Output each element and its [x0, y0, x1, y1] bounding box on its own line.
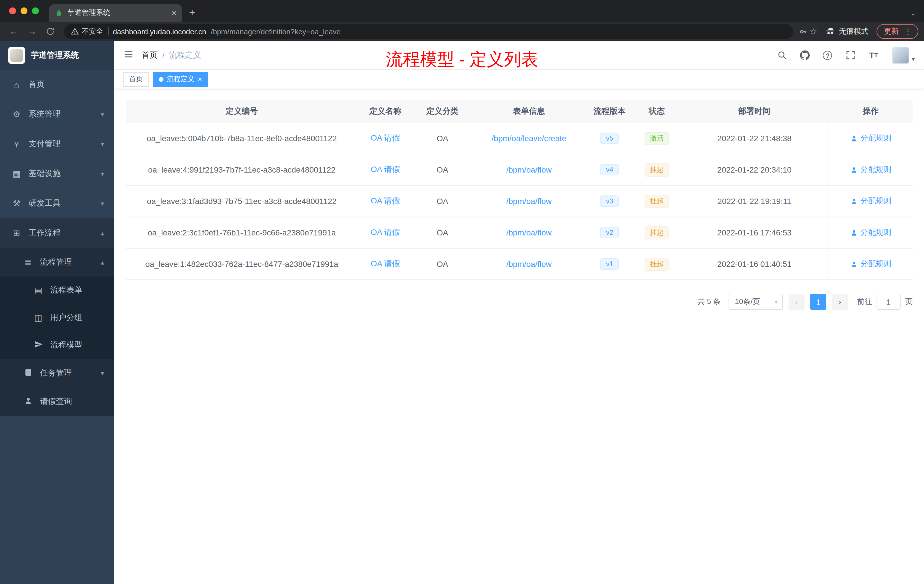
- definition-name-link[interactable]: OA 请假: [371, 133, 400, 142]
- sidebar-item-label: 基础设施: [28, 168, 94, 179]
- sidebar-item-label: 系统管理: [28, 109, 94, 119]
- version-badge[interactable]: v1: [600, 258, 619, 270]
- version-badge[interactable]: v4: [600, 164, 619, 175]
- sidebar-item-leave-query[interactable]: 请假查询: [0, 388, 114, 416]
- sidebar-logo[interactable]: 芋道管理系统: [0, 41, 114, 70]
- table-row: oa_leave:1:482ec033-762a-11ec-8477-a2380…: [126, 249, 912, 280]
- definition-id: oa_leave:3:1fad3d93-7b75-11ec-a3c8-acde4…: [126, 196, 358, 206]
- sidebar-item-system-management[interactable]: ⚙ 系统管理 ▾: [0, 99, 114, 129]
- sidebar-item-label: 流程表单: [50, 285, 104, 295]
- tag-label: 流程定义: [167, 74, 194, 84]
- deploy-time: 2022-01-16 17:46:53: [680, 228, 828, 237]
- definition-name-link[interactable]: OA 请假: [371, 165, 400, 174]
- status-badge: 挂起: [645, 195, 669, 208]
- assign-rule-button[interactable]: 分配规则: [850, 196, 891, 206]
- sidebar-item-payment-management[interactable]: ¥ 支付管理 ▾: [0, 129, 114, 159]
- tag-close-icon[interactable]: ×: [198, 76, 202, 83]
- definition-name-link[interactable]: OA 请假: [371, 196, 400, 205]
- sidebar-item-home[interactable]: ⌂ 首页: [0, 70, 114, 99]
- bookmark-star-button[interactable]: ☆: [809, 26, 817, 36]
- sidebar-item-process-management[interactable]: ≣ 流程管理 ▴: [0, 248, 114, 277]
- new-tab-button[interactable]: +: [189, 7, 195, 19]
- sidebar-item-label: 流程模型: [50, 340, 104, 350]
- tab-close-icon[interactable]: ×: [172, 8, 177, 18]
- browser-tab[interactable]: 芋道管理系统 ×: [49, 4, 182, 22]
- sidebar-item-infrastructure[interactable]: ▦ 基础设施 ▾: [0, 159, 114, 188]
- form-link[interactable]: /bpm/oa/flow: [506, 259, 552, 269]
- next-page-button[interactable]: ›: [832, 294, 848, 310]
- tab-favicon: [55, 9, 63, 17]
- tab-search-chevron-icon[interactable]: ⌄: [910, 9, 916, 17]
- help-button[interactable]: ?: [820, 48, 835, 63]
- password-key-button[interactable]: [799, 27, 807, 36]
- tag-label: 首页: [129, 74, 143, 84]
- version-badge[interactable]: v5: [600, 133, 619, 144]
- top-navbar: 首页 / 流程定义 ?: [114, 41, 924, 70]
- avatar[interactable]: [892, 46, 909, 64]
- sidebar-item-task-management[interactable]: 任务管理 ▾: [0, 359, 114, 388]
- sidebar-item-process-form[interactable]: ▤ 流程表单: [0, 277, 114, 304]
- form-link[interactable]: /bpm/oa/leave/create: [492, 134, 567, 143]
- assign-rule-label: 分配规则: [861, 196, 891, 206]
- breadcrumb-current: 流程定义: [169, 50, 201, 60]
- fullscreen-button[interactable]: [843, 48, 858, 63]
- assign-rule-label: 分配规则: [861, 133, 891, 144]
- page-size-value: 10条/页: [735, 297, 760, 307]
- address-bar[interactable]: 不安全 dashboard.yudao.iocoder.cn/bpm/manag…: [64, 24, 793, 39]
- reload-button[interactable]: [42, 23, 58, 40]
- back-button[interactable]: ←: [6, 23, 22, 40]
- sidebar-item-label: 支付管理: [28, 139, 94, 149]
- person-icon: [850, 229, 858, 236]
- definition-name-link[interactable]: OA 请假: [371, 259, 400, 268]
- page-number-current[interactable]: 1: [810, 294, 826, 310]
- main-area: 首页 / 流程定义 ?: [114, 41, 924, 584]
- assign-rule-button[interactable]: 分配规则: [850, 165, 891, 175]
- assign-rule-button[interactable]: 分配规则: [850, 228, 891, 238]
- definition-id: oa_leave:4:991f2193-7b7f-11ec-a3c8-acde4…: [126, 165, 358, 174]
- reload-icon: [46, 27, 55, 36]
- assign-rule-button[interactable]: 分配规则: [850, 133, 891, 144]
- sidebar-item-label: 流程管理: [40, 257, 94, 267]
- form-link[interactable]: /bpm/oa/flow: [506, 228, 552, 237]
- version-badge[interactable]: v3: [600, 195, 619, 207]
- page-size-select[interactable]: 10条/页 ▾: [729, 294, 783, 310]
- header-search-button[interactable]: [775, 48, 789, 63]
- browser-update-button[interactable]: 更新 ⋮: [876, 24, 918, 39]
- sidebar-item-user-group[interactable]: ◫ 用户分组: [0, 304, 114, 332]
- assign-rule-label: 分配规则: [861, 259, 891, 269]
- sidebar-item-process-model[interactable]: 流程模型: [0, 332, 114, 359]
- tag-process-definition[interactable]: 流程定义 ×: [153, 72, 208, 87]
- tag-home[interactable]: 首页: [124, 72, 148, 87]
- sidebar-toggle-button[interactable]: [124, 49, 134, 61]
- breadcrumb-home[interactable]: 首页: [142, 50, 158, 60]
- fullscreen-icon: [846, 50, 855, 60]
- column-header: 定义编号: [126, 106, 358, 117]
- sidebar-item-label: 工作流程: [28, 228, 94, 238]
- security-chip[interactable]: 不安全: [71, 26, 103, 36]
- form-link[interactable]: /bpm/oa/flow: [506, 196, 552, 206]
- sidebar-item-workflow[interactable]: ⊞ 工作流程 ▴: [0, 218, 114, 248]
- table-row: oa_leave:5:004b710b-7b8a-11ec-8ef0-acde4…: [126, 123, 912, 154]
- browser-menu-icon[interactable]: ⋮: [904, 27, 912, 36]
- version-badge[interactable]: v2: [600, 227, 619, 238]
- github-link[interactable]: [797, 48, 812, 63]
- goto-page-input[interactable]: [876, 294, 901, 310]
- prev-page-button[interactable]: ‹: [789, 294, 805, 310]
- sidebar-item-label: 研发工具: [28, 198, 94, 209]
- sidebar-item-dev-tools[interactable]: ⚒ 研发工具 ▾: [0, 188, 114, 218]
- forward-button[interactable]: →: [24, 23, 40, 40]
- table-row: oa_leave:3:1fad3d93-7b75-11ec-a3c8-acde4…: [126, 186, 912, 217]
- definition-category: OA: [413, 196, 472, 206]
- status-badge: 挂起: [645, 163, 669, 176]
- minimize-window-button[interactable]: [21, 7, 27, 14]
- maximize-window-button[interactable]: [32, 7, 39, 14]
- gear-icon: ⚙: [12, 109, 22, 119]
- chevron-down-icon: ▾: [101, 200, 104, 207]
- form-link[interactable]: /bpm/oa/flow: [506, 165, 552, 174]
- close-window-button[interactable]: [9, 7, 16, 14]
- user-menu[interactable]: ▾: [892, 46, 915, 64]
- font-size-button[interactable]: TT: [866, 48, 881, 63]
- definition-name-link[interactable]: OA 请假: [371, 228, 400, 237]
- assign-rule-button[interactable]: 分配规则: [850, 259, 891, 269]
- security-label: 不安全: [82, 26, 103, 36]
